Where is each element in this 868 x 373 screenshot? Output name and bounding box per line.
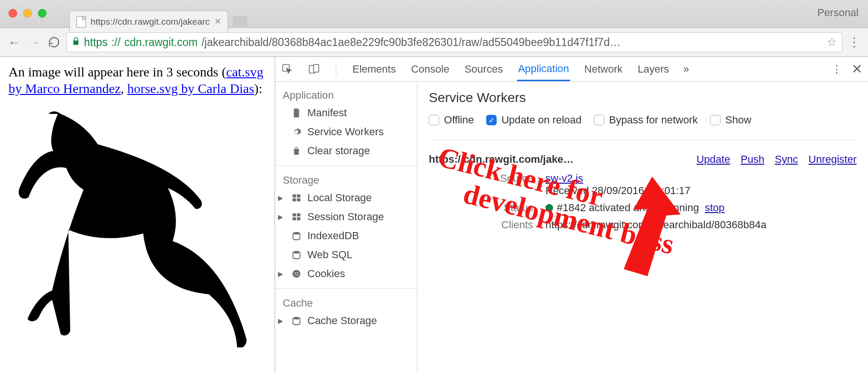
sw-push-link[interactable]: Push xyxy=(740,153,764,166)
svg-point-16 xyxy=(295,275,296,276)
sidebar-group-storage: Storage xyxy=(275,170,417,188)
svg-rect-5 xyxy=(293,198,296,201)
svg-rect-2 xyxy=(314,65,319,72)
browser-menu-button[interactable]: ⋮ xyxy=(847,35,861,50)
devtools-panel: Elements Console Sources Application Net… xyxy=(275,57,868,373)
svg-rect-7 xyxy=(293,214,296,216)
svg-point-17 xyxy=(297,274,298,275)
sw-source-file[interactable]: sw-v2.js xyxy=(545,172,583,184)
sidebar-item-clear-storage[interactable]: Clear storage xyxy=(275,141,417,160)
svg-point-11 xyxy=(293,232,300,235)
svg-rect-10 xyxy=(297,217,300,220)
sw-status-text: #1842 activated and is running xyxy=(557,202,699,214)
bookmark-star-icon[interactable]: ☆ xyxy=(827,36,837,49)
devtools-sidebar: Application Manifest Service Workers Cle… xyxy=(275,82,417,373)
svg-rect-8 xyxy=(297,214,300,216)
address-bar[interactable]: https://cdn.rawgit.com/jakearchibald/803… xyxy=(66,32,842,52)
svg-point-13 xyxy=(293,270,301,278)
sw-update-link[interactable]: Update xyxy=(696,153,730,166)
expand-icon[interactable]: ▶ xyxy=(278,213,283,221)
horse-image xyxy=(9,101,260,347)
sidebar-item-session-storage[interactable]: ▶Session Storage xyxy=(275,207,417,226)
tab-elements[interactable]: Elements xyxy=(351,58,397,80)
url-host: cdn.rawgit.com xyxy=(124,36,198,49)
svg-point-12 xyxy=(293,251,300,254)
window-controls xyxy=(9,9,46,18)
sw-clients-text: https://cdn.rawgit.com/jakearchibald/803… xyxy=(545,219,857,231)
sw-received: Received 28/09/2016, 13:01:17 xyxy=(545,185,691,196)
devtools-main: Service Workers Offline ✓Update on reloa… xyxy=(417,82,868,373)
status-dot-icon xyxy=(545,204,553,212)
update-on-reload-checkbox[interactable]: ✓Update on reload xyxy=(486,114,582,126)
svg-rect-4 xyxy=(297,195,300,197)
sw-origin: https://cdn.rawgit.com/jake… xyxy=(429,153,574,166)
url-scheme: https xyxy=(84,36,108,49)
browser-window: https://cdn.rawgit.com/jakearc ✕ Persona… xyxy=(0,0,868,373)
service-worker-entry: https://cdn.rawgit.com/jake… Update Push… xyxy=(429,140,857,231)
svg-point-14 xyxy=(295,272,295,273)
maximize-window-button[interactable] xyxy=(38,9,46,18)
tab-title: https://cdn.rawgit.com/jakearc xyxy=(91,17,210,27)
forward-button[interactable]: → xyxy=(27,35,42,50)
reload-button[interactable] xyxy=(46,35,62,50)
sidebar-item-manifest[interactable]: Manifest xyxy=(275,103,417,122)
svg-point-15 xyxy=(297,272,298,273)
sidebar-item-cookies[interactable]: ▶Cookies xyxy=(275,264,417,283)
svg-rect-9 xyxy=(293,217,296,220)
sidebar-group-cache: Cache xyxy=(275,293,417,311)
close-window-button[interactable] xyxy=(9,9,17,18)
expand-icon[interactable]: ▶ xyxy=(278,270,283,278)
tab-console[interactable]: Console xyxy=(410,58,451,80)
offline-checkbox[interactable]: Offline xyxy=(429,114,474,126)
sw-source-label: Source xyxy=(490,172,533,197)
svg-rect-6 xyxy=(297,198,300,201)
link-horse-svg[interactable]: horse.svg by Carla Dias xyxy=(127,81,254,96)
titlebar: https://cdn.rawgit.com/jakearc ✕ Persona… xyxy=(0,0,868,28)
sw-sync-link[interactable]: Sync xyxy=(775,153,798,166)
sidebar-item-web-sql[interactable]: Web SQL xyxy=(275,245,417,264)
tab-layers[interactable]: Layers xyxy=(637,58,670,80)
sidebar-item-indexeddb[interactable]: IndexedDB xyxy=(275,226,417,245)
minimize-window-button[interactable] xyxy=(23,9,32,18)
devtools-body: Application Manifest Service Workers Cle… xyxy=(275,82,868,373)
back-button[interactable]: ← xyxy=(7,35,22,50)
tab-application[interactable]: Application xyxy=(517,58,570,81)
expand-icon[interactable]: ▶ xyxy=(278,317,283,325)
inspect-element-icon[interactable] xyxy=(281,64,294,75)
file-icon xyxy=(76,16,86,28)
page-text: An image will appear here in 3 seconds (… xyxy=(9,64,266,97)
sw-clients-label: Clients xyxy=(490,219,533,231)
url-prefix: :// xyxy=(111,36,120,49)
svg-point-18 xyxy=(293,317,300,320)
sidebar-item-cache-storage[interactable]: ▶Cache Storage xyxy=(275,311,417,330)
expand-icon[interactable]: ▶ xyxy=(278,194,283,202)
svg-rect-3 xyxy=(293,195,296,197)
device-toolbar-icon[interactable] xyxy=(307,64,321,75)
content-area: An image will appear here in 3 seconds (… xyxy=(0,57,868,373)
sw-unregister-link[interactable]: Unregister xyxy=(809,153,857,166)
tab-sources[interactable]: Sources xyxy=(463,58,504,80)
sw-stop-link[interactable]: stop xyxy=(705,202,725,214)
page-viewport: An image will appear here in 3 seconds (… xyxy=(0,57,275,373)
devtools-close-button[interactable]: ✕ xyxy=(851,61,862,77)
sw-options-row: Offline ✓Update on reload Bypass for net… xyxy=(429,114,857,126)
sidebar-group-application: Application xyxy=(275,85,417,103)
service-workers-heading: Service Workers xyxy=(429,90,857,105)
profile-label[interactable]: Personal xyxy=(817,7,859,19)
new-tab-button[interactable] xyxy=(233,16,247,27)
show-all-checkbox[interactable]: Show xyxy=(710,114,751,126)
sw-status-label: Status xyxy=(490,202,533,214)
browser-tab[interactable]: https://cdn.rawgit.com/jakearc ✕ xyxy=(69,10,228,32)
tabs-overflow-button[interactable]: » xyxy=(683,63,689,75)
lock-icon xyxy=(72,36,80,49)
sidebar-item-service-workers[interactable]: Service Workers xyxy=(275,122,417,141)
devtools-tabbar: Elements Console Sources Application Net… xyxy=(275,57,868,82)
tab-network[interactable]: Network xyxy=(583,58,624,80)
bypass-for-network-checkbox[interactable]: Bypass for network xyxy=(594,114,698,126)
url-path: /jakearchibald/80368b84ac1ae8e229fc90b3f… xyxy=(202,36,621,49)
close-tab-icon[interactable]: ✕ xyxy=(214,17,221,27)
sidebar-item-local-storage[interactable]: ▶Local Storage xyxy=(275,188,417,207)
devtools-menu-button[interactable]: ⋮ xyxy=(831,63,842,75)
